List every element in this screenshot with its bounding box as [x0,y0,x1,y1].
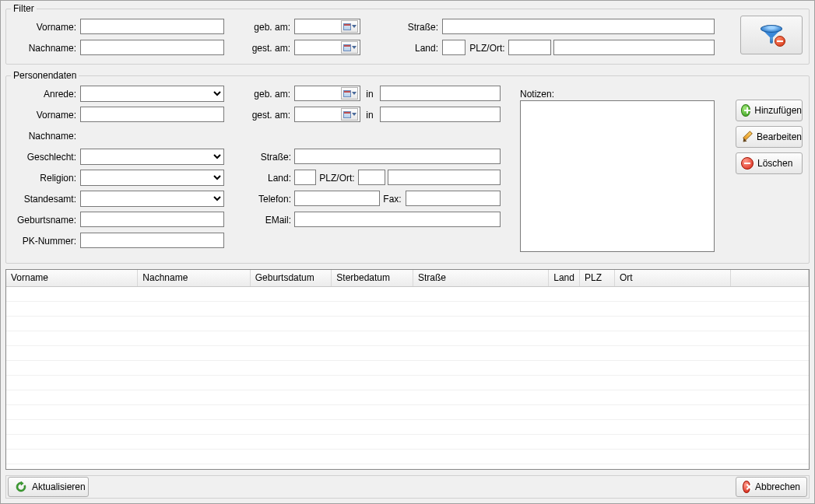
gebam-datepicker[interactable] [294,86,360,101]
standesamt-label: Standesamt: [6,192,76,206]
hinzufuegen-button[interactable]: Hinzufügen [736,100,803,121]
filter-gestam-label: gest. am: [240,41,290,55]
filter-land-label: Land: [388,41,438,55]
personendaten-title: Personendaten [11,70,79,81]
funnel-remove-icon [759,23,784,47]
table-row[interactable] [6,405,809,420]
filter-gebam-datepicker[interactable] [294,19,360,34]
abbrechen-label: Abbrechen [755,481,800,492]
table-row[interactable] [6,420,809,435]
vorname-label: Vorname: [6,108,76,122]
column-header-strasse[interactable]: Straße [413,270,549,286]
clear-filter-button[interactable] [740,16,803,54]
bottom-bar: Aktualisieren Abbrechen [5,475,810,499]
religion-label: Religion: [6,171,76,185]
filter-strasse-input[interactable] [442,19,715,34]
geschlecht-select[interactable] [80,149,224,165]
nachname-label: Nachname: [6,129,76,143]
table-row[interactable] [6,346,809,361]
hinzufuegen-label: Hinzufügen [754,105,802,116]
table-row[interactable] [6,435,809,450]
filter-land-input[interactable] [442,40,465,55]
column-header-land[interactable]: Land [549,270,580,286]
refresh-icon [15,481,27,493]
table-row[interactable] [6,361,809,376]
plzort-label: PLZ/Ort: [318,171,356,185]
filter-nachname-input[interactable] [80,40,224,55]
gebin-input[interactable] [380,86,501,101]
bearbeiten-button[interactable]: Bearbeiten [736,126,803,148]
calendar-icon[interactable] [341,87,358,100]
table-row[interactable] [6,287,809,302]
strasse-label: Straße: [244,150,291,164]
filter-vorname-input[interactable] [80,19,224,34]
calendar-icon[interactable] [341,20,358,33]
filter-plzort-label: PLZ/Ort: [469,41,506,55]
filter-groupbox: Filter Vorname: Nachname: geb. am: gest.… [5,9,810,65]
filter-gestam-datepicker[interactable] [294,40,360,55]
column-header-extra[interactable] [731,270,809,286]
edit-icon [741,131,753,143]
filter-plz-input[interactable] [508,40,551,55]
grid-body [6,287,809,464]
column-header-plz[interactable]: PLZ [580,270,615,286]
plz-input[interactable] [358,170,385,185]
religion-select[interactable] [80,170,224,186]
telefon-label: Telefon: [244,192,291,206]
gestin-label: in [363,108,377,122]
aktualisieren-button[interactable]: Aktualisieren [8,477,89,497]
abbrechen-button[interactable]: Abbrechen [736,477,807,497]
column-header-sterbedatum[interactable]: Sterbedatum [332,270,413,286]
pknummer-label: PK-Nummer: [6,234,76,248]
telefon-input[interactable] [294,191,380,206]
loeschen-button[interactable]: Löschen [736,152,803,174]
filter-gebam-label: geb. am: [240,20,290,34]
strasse-input[interactable] [294,149,501,164]
table-row[interactable] [6,331,809,346]
results-grid[interactable]: VornameNachnameGeburtsdatumSterbedatumSt… [5,269,810,470]
column-header-vorname[interactable]: Vorname [6,270,138,286]
email-input[interactable] [294,212,501,227]
table-row[interactable] [6,376,809,390]
filter-nachname-label: Nachname: [6,41,76,55]
gestam-datepicker[interactable] [294,107,360,122]
grid-header: VornameNachnameGeburtsdatumSterbedatumSt… [6,270,809,287]
geburtsname-input[interactable] [80,212,224,227]
filter-strasse-label: Straße: [388,20,438,34]
standesamt-select[interactable] [80,191,224,207]
notizen-textarea[interactable] [520,100,715,252]
calendar-icon[interactable] [341,41,358,54]
anrede-label: Anrede: [6,87,76,101]
column-header-nachname[interactable]: Nachname [138,270,250,286]
ort-input[interactable] [388,170,501,185]
delete-icon [741,157,754,170]
land-label: Land: [244,171,291,185]
fax-label: Fax: [381,192,403,206]
gestam-label: gest. am: [240,108,290,122]
vorname-input[interactable] [80,107,224,122]
column-header-ort[interactable]: Ort [615,270,731,286]
calendar-icon[interactable] [341,108,358,121]
aktualisieren-label: Aktualisieren [32,481,86,492]
land-input[interactable] [294,170,316,185]
personendaten-groupbox: Personendaten Anrede: Vorname: Nachname:… [5,75,810,264]
filter-title: Filter [11,3,37,14]
email-label: EMail: [244,213,291,227]
column-header-geburtsdatum[interactable]: Geburtsdatum [251,270,332,286]
table-row[interactable] [6,317,809,331]
gestin-input[interactable] [380,107,501,122]
cancel-icon [743,481,750,493]
bearbeiten-label: Bearbeiten [757,131,802,142]
fax-input[interactable] [406,191,501,206]
anrede-select[interactable] [80,86,224,102]
gebin-label: in [363,87,377,101]
table-row[interactable] [6,302,809,317]
pknummer-input[interactable] [80,233,224,248]
gebam-label: geb. am: [240,87,290,101]
geburtsname-label: Geburtsname: [6,213,76,227]
filter-vorname-label: Vorname: [6,20,76,34]
table-row[interactable] [6,450,809,464]
filter-ort-input[interactable] [553,40,715,55]
nachname-input[interactable] [80,128,224,143]
table-row[interactable] [6,390,809,405]
